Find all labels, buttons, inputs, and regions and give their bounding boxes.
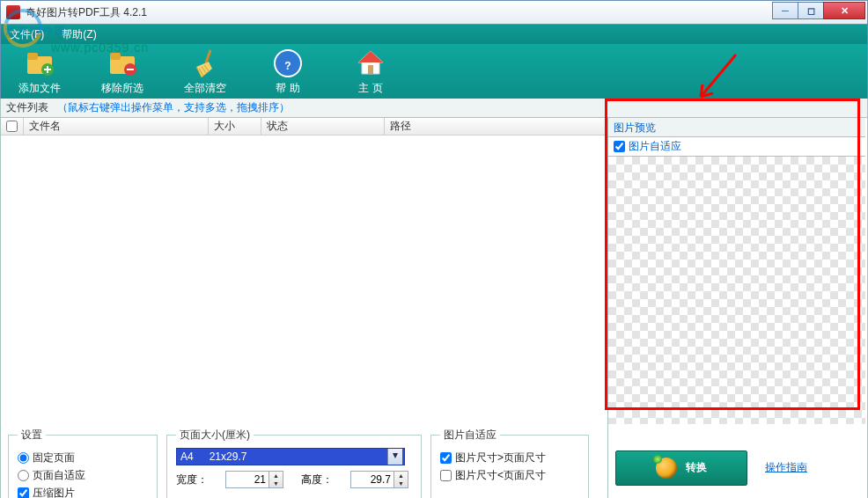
maximize-button[interactable]: ◻ [798, 2, 824, 19]
checkbox-fit-gt[interactable]: 图片尺寸>页面尺寸 [440, 450, 579, 465]
preview-canvas [608, 157, 865, 424]
clear-all-button[interactable]: 全部清空 [177, 48, 233, 96]
convert-button[interactable]: 转换 [615, 450, 747, 486]
preview-title: 图片预览 [608, 118, 865, 137]
height-down[interactable]: ▼ [394, 480, 408, 487]
file-list-panel: 文件名 大小 状态 路径 [1, 118, 607, 424]
table-header: 文件名 大小 状态 路径 [1, 118, 607, 135]
radio-fixed-page[interactable]: 固定页面 [18, 450, 148, 465]
settings-group: 设置 固定页面 页面自适应 压缩图片 [8, 428, 158, 498]
preview-panel: 图片预览 图片自适应 [607, 118, 865, 424]
watermark-text: 河东软件园 [5, 25, 67, 37]
window-title: 奇好图片转PDF工具 4.2.1 [24, 5, 772, 20]
page-preset-select[interactable]: A4 21x29.7 [176, 448, 405, 465]
help-button[interactable]: ? 帮 助 [260, 48, 316, 96]
checkbox-compress[interactable]: 压缩图片 [18, 486, 148, 498]
help-icon: ? [272, 48, 304, 79]
height-up[interactable]: ▲ [394, 472, 408, 480]
preset-dim: 21x29.7 [210, 450, 247, 463]
home-icon [355, 48, 386, 79]
help-label: 帮 助 [260, 81, 316, 96]
checkbox-fit-lt[interactable]: 图片尺寸<页面尺寸 [440, 468, 579, 483]
close-button[interactable]: ✕ [823, 2, 865, 19]
page-size-group: 页面大小(厘米) A4 21x29.7 宽度： ▲▼ 高度： ▲▼ [166, 428, 422, 498]
preview-fit-checkbox[interactable] [614, 141, 625, 152]
table-body[interactable] [1, 135, 607, 407]
column-size[interactable]: 大小 [209, 118, 261, 135]
file-list-hint: （鼠标右键弹出操作菜单，支持多选，拖拽排序） [57, 100, 290, 115]
file-list-title: 文件列表 [6, 100, 48, 115]
width-input[interactable] [225, 471, 269, 488]
add-file-label: 添加文件 [11, 81, 68, 96]
image-fit-group: 图片自适应 图片尺寸>页面尺寸 图片尺寸<页面尺寸 [430, 428, 589, 498]
settings-legend: 设置 [18, 428, 46, 443]
watermark-url: www.pc0359.cn [51, 40, 149, 55]
preview-fit-row: 图片自适应 [608, 137, 865, 157]
column-checkbox[interactable] [1, 118, 24, 135]
svg-rect-6 [204, 49, 211, 63]
title-bar: 奇好图片转PDF工具 4.2.1 ─ ◻ ✕ [0, 0, 868, 25]
clear-label: 全部清空 [177, 81, 233, 96]
minimize-button[interactable]: ─ [772, 2, 798, 19]
width-up[interactable]: ▲ [269, 472, 283, 480]
guide-link[interactable]: 操作指南 [765, 460, 807, 475]
width-spinner[interactable]: ▲▼ [225, 471, 283, 488]
home-button[interactable]: 主 页 [342, 48, 399, 96]
svg-rect-10 [368, 65, 373, 74]
column-filename[interactable]: 文件名 [24, 118, 209, 135]
preset-name: A4 [180, 450, 194, 463]
broom-icon [189, 48, 221, 79]
height-label: 高度： [301, 472, 333, 487]
watermark: 河东软件园 www.pc0359.cn [5, 11, 67, 40]
gear-icon [656, 458, 677, 479]
preview-fit-label: 图片自适应 [629, 139, 681, 154]
height-input[interactable] [350, 471, 394, 488]
width-label: 宽度： [176, 472, 208, 487]
convert-label: 转换 [686, 460, 707, 475]
home-label: 主 页 [342, 81, 399, 96]
page-size-legend: 页面大小(厘米) [176, 428, 254, 443]
svg-text:?: ? [284, 60, 291, 72]
file-list-header: 文件列表 （鼠标右键弹出操作菜单，支持多选，拖拽排序） [0, 99, 868, 118]
width-down[interactable]: ▼ [269, 480, 283, 487]
remove-label: 移除所选 [94, 81, 151, 96]
svg-rect-1 [27, 53, 38, 60]
column-path[interactable]: 路径 [385, 118, 607, 135]
image-fit-legend: 图片自适应 [440, 428, 500, 443]
select-all-checkbox[interactable] [6, 121, 18, 132]
column-state[interactable]: 状态 [261, 118, 385, 135]
height-spinner[interactable]: ▲▼ [350, 471, 408, 488]
radio-page-adapt[interactable]: 页面自适应 [18, 468, 148, 483]
